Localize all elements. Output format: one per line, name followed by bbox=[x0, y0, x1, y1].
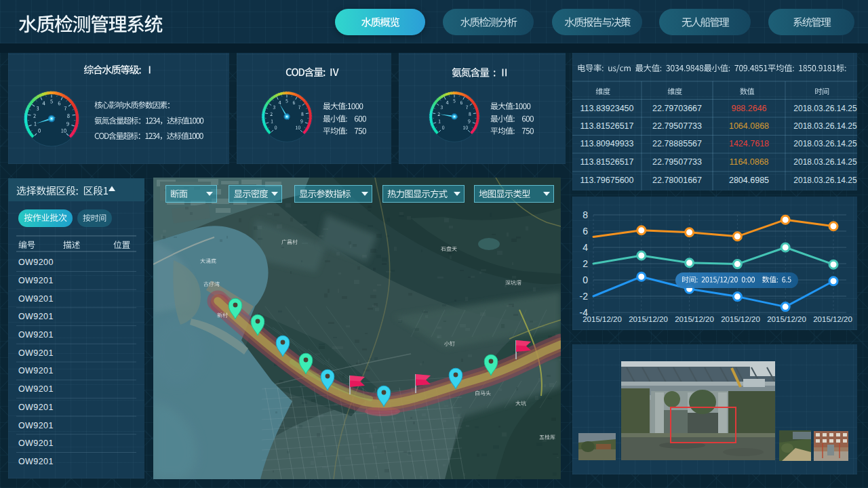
svg-text:2: 2 bbox=[583, 258, 588, 269]
svg-text:2015/12/20: 2015/12/20 bbox=[583, 315, 622, 323]
svg-text:2015/12/20: 2015/12/20 bbox=[629, 315, 668, 323]
svg-text:2015/12/20: 2015/12/20 bbox=[721, 315, 760, 323]
svg-text:0: 0 bbox=[583, 274, 588, 285]
svg-text:6: 6 bbox=[583, 226, 588, 237]
svg-text:-2: -2 bbox=[580, 291, 589, 302]
svg-text:2015/12/20: 2015/12/20 bbox=[813, 315, 852, 323]
svg-text:2015/12/20: 2015/12/20 bbox=[675, 315, 714, 323]
svg-text:4: 4 bbox=[583, 242, 588, 253]
svg-text:8: 8 bbox=[583, 209, 588, 220]
svg-text:2015/12/20: 2015/12/20 bbox=[767, 315, 806, 323]
